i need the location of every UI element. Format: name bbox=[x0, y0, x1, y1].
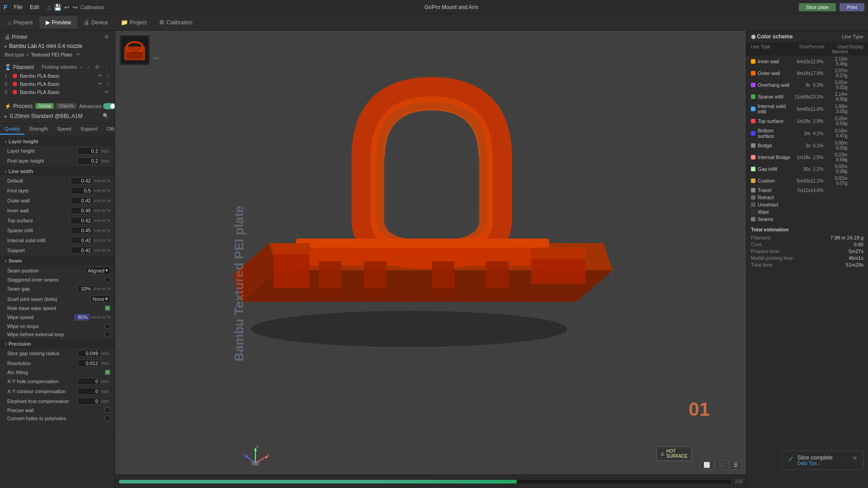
bed-edit-button[interactable]: ✏ bbox=[75, 51, 82, 58]
undo-icon[interactable]: ↩ bbox=[64, 4, 70, 11]
slice-gap-input[interactable] bbox=[78, 350, 100, 357]
view-iso-button[interactable]: ⬛ bbox=[715, 460, 728, 470]
svg-rect-4 bbox=[127, 52, 143, 58]
slice-plate-button[interactable]: Slice plate bbox=[799, 3, 836, 11]
resolution-input[interactable] bbox=[78, 360, 100, 367]
tab-calibration[interactable]: ⚙ Calibration bbox=[153, 16, 198, 28]
first-layer-lw-input[interactable] bbox=[71, 187, 93, 194]
advanced-toggle[interactable] bbox=[103, 103, 115, 109]
profile-search-button[interactable]: 🔍 bbox=[101, 113, 110, 119]
tab-device[interactable]: 🖨 Device bbox=[77, 16, 114, 28]
layer-height-row: Layer height mm bbox=[0, 146, 115, 156]
line-type-pct-8: 2.5% bbox=[811, 155, 823, 160]
staggered-checkbox[interactable] bbox=[105, 277, 110, 282]
home-icon[interactable]: ⌂ bbox=[47, 4, 51, 11]
layer-height-header[interactable]: ▾ Layer height bbox=[0, 137, 115, 146]
view-cube-button[interactable]: ⬜ bbox=[700, 460, 713, 470]
filament-2-edit[interactable]: ✏ bbox=[97, 80, 104, 87]
redo-icon[interactable]: ↪ bbox=[72, 4, 78, 11]
line-type-row: Sparse infill 11m59s 23.3% 2.14m 6.50g bbox=[746, 91, 868, 103]
subtab-others[interactable]: Others bbox=[102, 124, 115, 135]
calibration-label: Calibration bbox=[80, 5, 104, 10]
line-type-used-5: 0.20m 0.59g bbox=[823, 116, 847, 126]
hot-surface-text: HOTSURFACE bbox=[666, 449, 688, 459]
subtab-strength[interactable]: Strength bbox=[24, 124, 52, 135]
global-tag[interactable]: Global bbox=[35, 103, 54, 109]
filament-actions: Flushing volumes + − ⚙ ⋮ bbox=[42, 64, 110, 70]
subtab-quality[interactable]: Quality bbox=[0, 124, 24, 135]
toast-content: Slice complete Daily Tips ↓ bbox=[797, 455, 849, 466]
svg-rect-21 bbox=[427, 288, 459, 297]
sparse-infill-input[interactable] bbox=[71, 227, 93, 234]
role-base-checkbox[interactable] bbox=[105, 305, 110, 311]
viewport-toolbar: ⬜ ⬛ ☰ bbox=[700, 460, 741, 470]
thumbnail-1[interactable] bbox=[121, 37, 148, 64]
line-type-used-8: 0.23m 0.69g bbox=[823, 152, 847, 162]
view-more-button[interactable]: ☰ bbox=[730, 460, 741, 470]
filament-section-title: 🧵 Filament bbox=[5, 64, 34, 70]
arc-fitting-checkbox[interactable] bbox=[105, 370, 110, 375]
elephant-foot-value: mm bbox=[78, 398, 110, 405]
tab-preview[interactable]: ▶ Preview bbox=[39, 16, 78, 28]
wipe-before-ext-checkbox[interactable] bbox=[105, 332, 110, 337]
seam-gap-input[interactable] bbox=[77, 285, 93, 292]
filament-remove-button[interactable]: − bbox=[86, 64, 92, 70]
top-surface-input[interactable] bbox=[71, 217, 93, 224]
inner-wall-input[interactable] bbox=[71, 207, 93, 214]
sparse-infill-row: Sparse infill mm or % bbox=[0, 225, 115, 235]
line-type-name-5: Top surface bbox=[758, 118, 791, 124]
filament-add-button[interactable]: + bbox=[79, 64, 84, 70]
process-section-title: ⚡ Process bbox=[5, 103, 33, 109]
save-icon[interactable]: 💾 bbox=[54, 4, 61, 11]
seam-header[interactable]: ▾ Seam bbox=[0, 256, 115, 265]
svg-rect-16 bbox=[364, 261, 387, 297]
layer-height-input[interactable] bbox=[78, 147, 100, 155]
top-surface-row: Top surface mm or % bbox=[0, 216, 115, 225]
toast-title: Slice complete bbox=[797, 455, 849, 461]
preview-icon: ▶ bbox=[46, 19, 50, 26]
device-icon: 🖨 bbox=[84, 19, 90, 26]
tab-project[interactable]: 📁 Project bbox=[114, 16, 153, 28]
wipe-speed-input[interactable] bbox=[74, 314, 90, 321]
drag-mode-icon[interactable]: ↔ bbox=[151, 53, 160, 63]
precision-header[interactable]: ▾ Precision bbox=[0, 339, 115, 348]
xy-hole-input[interactable] bbox=[78, 378, 100, 385]
seam-position-dropdown[interactable]: Aligned ▾ bbox=[85, 267, 110, 274]
flushing-volumes-button[interactable]: Flushing volumes bbox=[42, 65, 77, 70]
line-type-used-3: 2.14m 6.50g bbox=[823, 92, 847, 102]
filament-1-edit[interactable]: ✏ bbox=[97, 72, 104, 79]
support-input[interactable] bbox=[71, 247, 93, 254]
wipe-on-loops-checkbox[interactable] bbox=[105, 324, 110, 329]
printer-settings-button[interactable]: ⚙ bbox=[103, 33, 110, 40]
filament-3-edit[interactable]: ✏ bbox=[104, 89, 110, 95]
subtab-support[interactable]: Support bbox=[76, 124, 103, 135]
precise-wall-checkbox[interactable] bbox=[105, 408, 110, 413]
subtab-speed[interactable]: Speed bbox=[52, 124, 76, 135]
first-layer-height-input[interactable] bbox=[78, 157, 100, 164]
line-width-header[interactable]: ▾ Line width bbox=[0, 167, 115, 176]
menu-edit[interactable]: Edit bbox=[27, 3, 42, 11]
tab-prepare[interactable]: ⌂ Prepare bbox=[2, 16, 39, 28]
toast-subtitle-link[interactable]: Daily Tips ↓ bbox=[797, 461, 849, 466]
line-type-time-7: 3s bbox=[791, 143, 811, 148]
default-value: mm or % bbox=[71, 177, 110, 184]
menu-file[interactable]: File bbox=[11, 3, 25, 11]
warning-icon: ⚠ bbox=[660, 451, 665, 456]
objects-tag[interactable]: Objects bbox=[56, 103, 76, 109]
toast-close-button[interactable]: ✕ bbox=[852, 455, 858, 462]
viewport[interactable]: ↔ bbox=[115, 31, 746, 488]
scarf-joint-dropdown[interactable]: None ▾ bbox=[90, 295, 110, 303]
filament-settings-button[interactable]: ⚙ bbox=[94, 64, 101, 70]
wipe-before-ext-row: Wipe before external loop bbox=[0, 330, 115, 338]
elephant-foot-input[interactable] bbox=[78, 398, 100, 405]
convert-holes-checkbox[interactable] bbox=[105, 416, 110, 421]
filament-more-button[interactable]: ⋮ bbox=[103, 64, 110, 70]
xy-contour-input[interactable] bbox=[78, 388, 100, 395]
outer-wall-input[interactable] bbox=[71, 197, 93, 204]
slice-complete-toast: ✓ Slice complete Daily Tips ↓ ✕ bbox=[782, 450, 863, 470]
default-input[interactable] bbox=[71, 177, 93, 184]
est-model-row: Model printing time: 46m1s bbox=[751, 255, 863, 261]
thumbnail-preview bbox=[122, 38, 147, 63]
print-button[interactable]: Print bbox=[840, 3, 864, 11]
internal-solid-infill-input[interactable] bbox=[71, 237, 93, 244]
